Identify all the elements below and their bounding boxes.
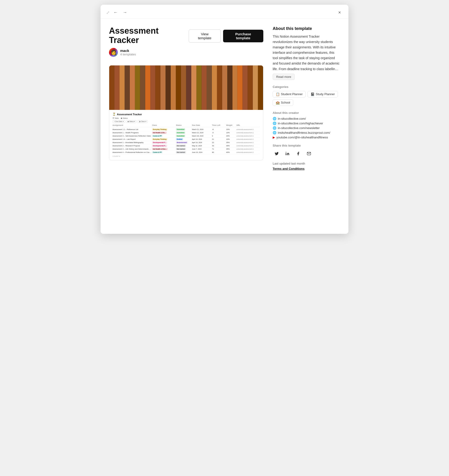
share-label: Share this template bbox=[273, 144, 340, 147]
creator-url-0[interactable]: in-situcollective.com/ bbox=[278, 117, 306, 120]
category-chip-student-planner[interactable]: 📋Student Planner bbox=[273, 91, 306, 97]
youtube-icon: ▶ bbox=[273, 136, 275, 139]
preview-title-text: Assessment Tracker bbox=[117, 113, 142, 116]
category-icon-study-planner: 📓 bbox=[311, 92, 314, 96]
creator-link-4: ▶youtube.com/@in-situhealthandfitness bbox=[273, 136, 340, 139]
creator-section: About this creator 🌐in-situcollective.co… bbox=[273, 111, 340, 139]
creator-link-0: 🌐in-situcollective.com/ bbox=[273, 117, 340, 120]
col-assignment: Assignment bbox=[113, 124, 152, 126]
table-row: Assessment 1.1 – Reference List Everyday… bbox=[113, 128, 260, 131]
last-updated: Last updated last month bbox=[273, 162, 340, 165]
author-name: mack bbox=[120, 49, 136, 53]
about-description: This Notion Assessment Tracker revolutio… bbox=[273, 34, 340, 72]
table-body: Assessment 1.1 – Reference List Everyday… bbox=[113, 128, 260, 154]
svg-point-0 bbox=[286, 152, 286, 153]
preview-table-section: ⏳ Assessment Tracker ☰ Table ◉ Status bbox=[109, 110, 263, 160]
drag-icon: ⤢ bbox=[106, 10, 110, 15]
left-panel: Assessment Tracker 👩 mack 4 templates Vi… bbox=[109, 26, 263, 171]
col-url: URL bbox=[236, 124, 260, 126]
categories-label: Categories bbox=[273, 85, 340, 89]
category-label-school: School bbox=[281, 101, 290, 104]
forward-button[interactable]: → bbox=[121, 9, 128, 16]
modal-header: ⤢ ← → × bbox=[101, 5, 348, 19]
share-section: Share this template bbox=[273, 144, 340, 158]
globe-icon: 🌐 bbox=[273, 131, 276, 134]
creator-link-2: 🌐in-situcollective.com/newsletter bbox=[273, 126, 340, 130]
share-email-button[interactable] bbox=[305, 150, 313, 158]
author-info: mack 4 templates bbox=[120, 49, 136, 56]
table-view-label: ☰ Table bbox=[113, 117, 119, 119]
filter-class[interactable]: ◑ Class ▾ bbox=[137, 120, 148, 123]
share-icons-row bbox=[273, 150, 340, 158]
category-chip-school[interactable]: 🏫School bbox=[273, 99, 293, 106]
category-icon-student-planner: 📋 bbox=[276, 92, 280, 96]
filter-status[interactable]: ◉ Status ▾ bbox=[126, 120, 137, 123]
avatar-emoji: 👩 bbox=[110, 49, 117, 55]
creator-url-2[interactable]: in-situcollective.com/newsletter bbox=[278, 126, 320, 130]
status-view-label: ◉ Status bbox=[121, 117, 128, 119]
col-due-date: Due Date bbox=[192, 124, 212, 126]
creator-label: About this creator bbox=[273, 111, 340, 114]
category-label-study-planner: Study Planner bbox=[316, 92, 335, 96]
creator-url-1[interactable]: in-situcollective.com/highachiever bbox=[278, 122, 323, 125]
author-row: 👩 mack 4 templates bbox=[109, 48, 189, 57]
creator-links: 🌐in-situcollective.com/🌐in-situcollectiv… bbox=[273, 117, 340, 139]
table-row: Assessment 4 – Professional Reflection o… bbox=[113, 151, 260, 154]
table-count: COUNT 8 bbox=[113, 155, 260, 157]
filter-due-date[interactable]: + Due Date ▾ bbox=[113, 120, 125, 123]
creator-link-1: 🌐in-situcollective.com/highachiever bbox=[273, 122, 340, 125]
globe-icon: 🌐 bbox=[273, 122, 276, 125]
col-status: Status bbox=[176, 124, 192, 126]
about-title: About this template bbox=[273, 26, 340, 31]
modal-body: Assessment Tracker 👩 mack 4 templates Vi… bbox=[101, 19, 348, 180]
creator-url-3[interactable]: insituhealthandfintess.buzzsprout.com/ bbox=[278, 131, 330, 134]
creator-link-3: 🌐insituhealthandfintess.buzzsprout.com/ bbox=[273, 131, 340, 134]
category-label-student-planner: Student Planner bbox=[281, 92, 303, 96]
table-row: Assessment 1.4 – Lab Report Everyday Thi… bbox=[113, 138, 260, 141]
read-more-button[interactable]: Read more bbox=[273, 74, 295, 80]
col-weight: Weight bbox=[226, 124, 236, 126]
avatar: 👩 bbox=[109, 48, 118, 57]
creator-url-4[interactable]: youtube.com/@in-situhealthandfitness bbox=[276, 136, 328, 139]
table-row: Assessment 2 – Research Propose Developm… bbox=[113, 144, 260, 147]
purchase-template-button[interactable]: Purchase template bbox=[223, 30, 263, 42]
books-decoration bbox=[109, 65, 263, 110]
globe-icon: 🌐 bbox=[273, 126, 276, 130]
filter-row: + Due Date ▾ ◉ Status ▾ ◑ Class ▾ bbox=[113, 120, 260, 123]
modal-container: ⤢ ← → × Assessment Tracker 👩 mack 4 temp… bbox=[101, 5, 348, 234]
table-row: Assessment 1 – Annotated Bibliography De… bbox=[113, 141, 260, 144]
close-button[interactable]: × bbox=[336, 9, 343, 16]
share-facebook-button[interactable] bbox=[294, 150, 302, 158]
share-twitter-button[interactable] bbox=[273, 150, 281, 158]
categories-row: 📋Student Planner📓Study Planner🏫School bbox=[273, 91, 340, 106]
share-linkedin-button[interactable] bbox=[284, 150, 291, 158]
globe-icon: 🌐 bbox=[273, 117, 276, 120]
category-chip-study-planner[interactable]: 📓Study Planner bbox=[307, 91, 338, 97]
preview-image bbox=[109, 65, 263, 110]
right-panel: About this template This Notion Assessme… bbox=[273, 26, 340, 171]
col-class: Class bbox=[152, 124, 175, 126]
table-icon: ☰ bbox=[113, 117, 114, 119]
table-row: Assessment 1 – Health Programs Ind Healt… bbox=[113, 131, 260, 134]
terms-link[interactable]: Terms and Conditions bbox=[273, 167, 304, 170]
back-button[interactable]: ← bbox=[112, 9, 119, 16]
preview-card: ⏳ Assessment Tracker ☰ Table ◉ Status bbox=[109, 65, 263, 160]
status-icon: ◉ bbox=[121, 117, 122, 119]
hourglass-icon: ⏳ bbox=[113, 113, 116, 116]
author-templates: 4 templates bbox=[120, 53, 136, 56]
page-title: Assessment Tracker bbox=[109, 26, 189, 45]
table-row: Assessment 3 – Self-Awareness Reflection… bbox=[113, 134, 260, 138]
preview-card-title: ⏳ Assessment Tracker bbox=[113, 113, 260, 116]
view-template-button[interactable]: View template bbox=[189, 29, 221, 43]
category-icon-school: 🏫 bbox=[276, 101, 280, 104]
table-row: Assessment 4 – Life History and Determin… bbox=[113, 147, 260, 151]
table-header: Assignment Class Status Due Date Time Le… bbox=[113, 124, 260, 127]
col-time-left: Time Left bbox=[212, 124, 226, 126]
